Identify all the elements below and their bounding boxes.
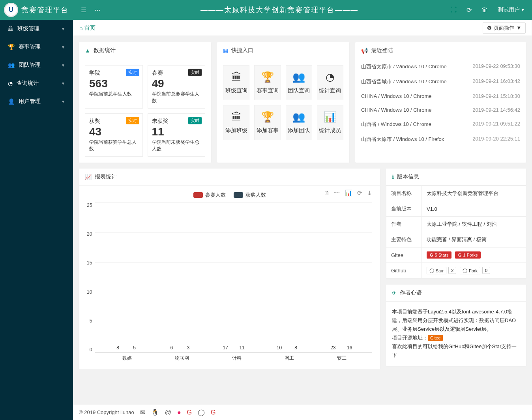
quick-entry-item[interactable]: 🏆添加赛事 (254, 105, 281, 140)
quick-entry-card: ▦快捷入口 🏛班级查询🏆赛事查询👥团队查询◔统计查询🏛添加班级🏆添加赛事👥添加团… (217, 42, 349, 163)
menu-toggle-icon[interactable]: ☰ (81, 6, 86, 14)
github-fork-button[interactable]: ◯ Fork (460, 267, 480, 274)
home-icon[interactable]: ⌂ (79, 25, 82, 31)
chart-card: 📈报表统计 🗎 〰 📊 ⟳ ⤓ 参赛人数 获奖人数 (79, 169, 380, 369)
stat-box: 未获奖11学院当前未获奖学生总人数实时 (148, 113, 206, 157)
trophy-icon: 🏆 (8, 44, 15, 50)
breadcrumb-home[interactable]: 首页 (84, 24, 96, 32)
login-row: 山西省太原市 / Windows 10 / Firefox2019-09-20 … (355, 132, 526, 147)
stat-box: 学院563学院当前总学生人数实时 (85, 65, 143, 109)
logo-icon: U (4, 3, 18, 17)
chart-icon: 📈 (85, 174, 92, 180)
login-row: 山西省晋城市 / Windows 10 / Chrome2019-09-21 1… (355, 74, 526, 89)
chart-tool-data-icon[interactable]: 🗎 (324, 189, 330, 197)
chevron-down-icon: ▼ (61, 45, 65, 49)
chevron-down-icon: ▼ (61, 27, 65, 31)
quick-entry-item[interactable]: 🏛添加班级 (223, 105, 249, 140)
refresh-icon[interactable]: ⟳ (466, 6, 472, 14)
chevron-down-icon: ▼ (61, 63, 65, 68)
users-icon: 👥 (8, 62, 15, 68)
login-row: CHINA / Windows 10 / Chrome2019-09-21 14… (355, 103, 526, 117)
quick-entry-item[interactable]: 🏛班级查询 (223, 65, 249, 100)
user-menu[interactable]: 测试用户 ▾ (498, 6, 524, 13)
bullhorn-icon: 📢 (361, 47, 368, 54)
sidebar-item-competition[interactable]: 🏆赛事管理 ▼ (0, 38, 73, 56)
quick-entry-item[interactable]: 👥添加团队 (286, 105, 312, 140)
fullscreen-icon[interactable]: ⛶ (450, 6, 457, 13)
chart-tool-download-icon[interactable]: ⤓ (367, 189, 372, 197)
social-icon[interactable]: ● (177, 409, 181, 416)
chevron-down-icon: ▼ (61, 99, 65, 104)
gitee-icon[interactable]: G (211, 409, 215, 416)
chart-tool-bar-icon[interactable]: 📊 (345, 189, 352, 197)
user-icon: 👤 (8, 98, 15, 105)
login-row: 山西省太原市 / Windows 10 / Chrome2019-09-22 0… (355, 59, 526, 74)
sidebar-item-query[interactable]: ◔查询统计 ▼ (0, 74, 73, 92)
header-more-icon[interactable]: ⋯ (94, 6, 101, 14)
chevron-down-icon: ▼ (516, 25, 521, 31)
gitee-forks-badge[interactable]: G 1 Forks (455, 251, 481, 259)
gear-icon: ⚙ (487, 25, 492, 31)
building-icon: 🏛 (8, 26, 13, 32)
quick-entry-item[interactable]: ◔统计查询 (317, 65, 343, 100)
quick-entry-item[interactable]: 🏆赛事查询 (254, 65, 281, 100)
page-operation-dropdown[interactable]: ⚙ 页面操作 ▼ (483, 22, 526, 34)
sidebar: 🏛班级管理 ▼ 🏆赛事管理 ▼ 👥团队管理 ▼ ◔查询统计 ▼ 👤用户管理 ▼ (0, 20, 73, 420)
th-icon: ▦ (223, 47, 228, 54)
quick-entry-item[interactable]: 👥团队查询 (286, 65, 312, 100)
version-info-card: ℹ版本信息 项目名称太原科技大学创新竞赛管理平台 当前版本V1.0 作者太原工业… (386, 169, 526, 279)
wechat-icon[interactable]: ✉ (140, 409, 145, 416)
stats-card: ▲数据统计 学院563学院当前总学生人数实时参赛49学院当前总参赛学生人数实时获… (79, 42, 211, 163)
github-star-button[interactable]: ◯ Star (427, 267, 446, 274)
login-row: CHINA / Windows 10 / Chrome2019-09-21 15… (355, 89, 526, 103)
stat-box: 获奖43学院当前获奖学生总人数实时 (85, 113, 143, 157)
logo-area[interactable]: U 竞赛管理平台 (0, 3, 73, 17)
trash-icon[interactable]: 🗑 (481, 6, 488, 13)
send-icon: ✈ (392, 290, 397, 296)
sidebar-item-user[interactable]: 👤用户管理 ▼ (0, 92, 73, 111)
brand-title: 竞赛管理平台 (21, 5, 69, 15)
gitee-stars-badge[interactable]: G 5 Stars (427, 251, 451, 259)
stat-box: 参赛49学院当前总参赛学生人数实时 (148, 65, 206, 109)
google-icon[interactable]: G (187, 409, 192, 416)
breadcrumb-bar: ⌂ 首页 ⚙ 页面操作 ▼ (73, 20, 532, 36)
qq-icon[interactable]: 🐧 (151, 409, 159, 416)
chart-tool-line-icon[interactable]: 〰 (334, 189, 340, 197)
app-title: ———太原科技大学创新竞赛管理平台——— (109, 5, 450, 15)
warning-icon: ▲ (85, 47, 90, 54)
gitee-link[interactable]: Gitee (428, 335, 443, 341)
sidebar-item-class[interactable]: 🏛班级管理 ▼ (0, 20, 73, 38)
weibo-icon[interactable]: @ (165, 409, 171, 416)
chevron-down-icon: ▼ (61, 81, 65, 86)
chart-tool-refresh-icon[interactable]: ⟳ (357, 189, 362, 197)
author-note-card: ✈作者心语 本项目前端基于Layui2.5.4以及font-awesome-4.… (386, 285, 526, 366)
top-header: U 竞赛管理平台 ☰ ⋯ ———太原科技大学创新竞赛管理平台——— ⛶ ⟳ 🗑 … (0, 0, 532, 20)
pie-icon: ◔ (8, 80, 13, 86)
quick-entry-item[interactable]: 📊统计成员 (317, 105, 343, 140)
github-icon[interactable]: ◯ (198, 409, 205, 416)
info-icon: ℹ (392, 174, 394, 180)
login-row: 山西省 / Windows 10 / Chrome2019-09-21 09:5… (355, 117, 526, 132)
recent-login-card: 📢最近登陆 山西省太原市 / Windows 10 / Chrome2019-0… (355, 42, 526, 163)
footer: © 2019 Copyright liuhao ✉ 🐧 @ ● G ◯ G (73, 405, 532, 420)
sidebar-item-team[interactable]: 👥团队管理 ▼ (0, 56, 73, 74)
